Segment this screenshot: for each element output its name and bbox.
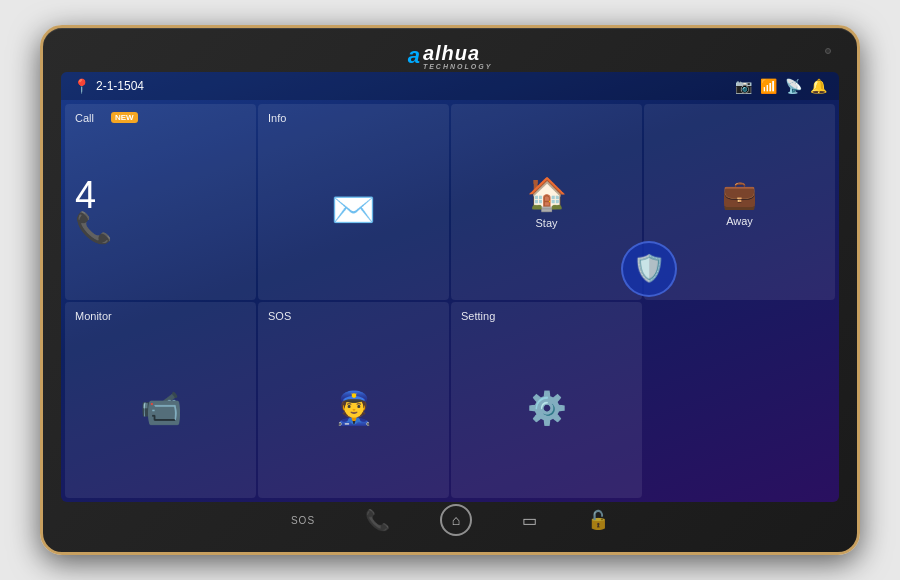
call-icon-area: 4 📞 <box>75 128 246 292</box>
shield-x-icon: 🛡️ <box>633 253 665 284</box>
screen: 📍 2-1-1504 📷 📶 📡 🔔 Call NEW 4 📞 <box>61 72 839 502</box>
video-camera-icon: 📹 <box>140 388 182 428</box>
brand-alpha: a <box>408 43 421 69</box>
setting-icon-area: ⚙️ <box>461 326 632 490</box>
envelope-icon: ✉️ <box>331 189 376 231</box>
home-icon: 🏠 <box>527 175 567 213</box>
call-count: 4 <box>75 176 96 214</box>
setting-label: Setting <box>461 310 495 322</box>
sos-person-icon: 👮 <box>334 389 374 427</box>
monitor-icon-area: 📹 <box>75 326 246 490</box>
briefcase-icon: 💼 <box>722 178 757 211</box>
status-bar: 📍 2-1-1504 📷 📶 📡 🔔 <box>61 72 839 100</box>
info-label: Info <box>268 112 286 124</box>
location-text: 2-1-1504 <box>96 79 144 93</box>
monitor-label: Monitor <box>75 310 112 322</box>
status-icons: 📷 📶 📡 🔔 <box>735 78 827 94</box>
lock-hw-button[interactable]: 🔓 <box>587 509 609 531</box>
device-frame: a alhua TECHNOLOGY 📍 2-1-1504 📷 📶 📡 🔔 <box>40 25 860 555</box>
tile-call[interactable]: Call NEW 4 📞 <box>65 104 256 300</box>
gear-icon: ⚙️ <box>527 389 567 427</box>
tile-monitor[interactable]: Monitor 📹 <box>65 302 256 498</box>
monitor-hw-button[interactable]: ▭ <box>522 511 537 530</box>
stay-icon-area: 🏠 Stay <box>461 112 632 292</box>
tile-setting[interactable]: Setting ⚙️ <box>451 302 642 498</box>
brand-logo: a alhua TECHNOLOGY <box>408 43 493 70</box>
info-icon-area: ✉️ <box>268 128 439 292</box>
call-label: Call <box>75 112 94 124</box>
home-hw-button[interactable]: ⌂ <box>440 504 472 536</box>
stay-label: Stay <box>535 217 557 229</box>
wifi-icon: 📶 <box>760 78 777 94</box>
signal-icon: 📡 <box>785 78 802 94</box>
away-label: Away <box>726 215 753 227</box>
bell-icon: 🔔 <box>810 78 827 94</box>
camera-status-icon: 📷 <box>735 78 752 94</box>
status-left: 📍 2-1-1504 <box>73 78 144 94</box>
bottom-bar: SOS 📞 ⌂ ▭ 🔓 <box>61 502 839 538</box>
sos-label: SOS <box>268 310 291 322</box>
device-top: a alhua TECHNOLOGY <box>61 40 839 72</box>
new-badge: NEW <box>111 112 138 123</box>
tile-stay[interactable]: 🏠 Stay <box>451 104 642 300</box>
tile-info[interactable]: Info ✉️ <box>258 104 449 300</box>
brand-name: alhua <box>423 43 480 63</box>
brand-sub: TECHNOLOGY <box>423 63 492 70</box>
logo-text: alhua TECHNOLOGY <box>423 43 492 70</box>
app-grid: Call NEW 4 📞 Info ✉️ 🏠 <box>61 100 839 502</box>
sos-icon-area: 👮 <box>268 326 439 490</box>
home-hw-icon: ⌂ <box>452 512 460 528</box>
away-icon-area: 💼 Away <box>654 112 825 292</box>
disarm-button[interactable]: 🛡️ <box>621 241 677 297</box>
sos-hw-button[interactable]: SOS <box>291 515 315 526</box>
camera-dot <box>825 48 831 54</box>
phone-icon: 📞 <box>75 210 112 245</box>
call-hw-button[interactable]: 📞 <box>365 508 390 532</box>
tile-sos[interactable]: SOS 👮 <box>258 302 449 498</box>
location-icon: 📍 <box>73 78 90 94</box>
